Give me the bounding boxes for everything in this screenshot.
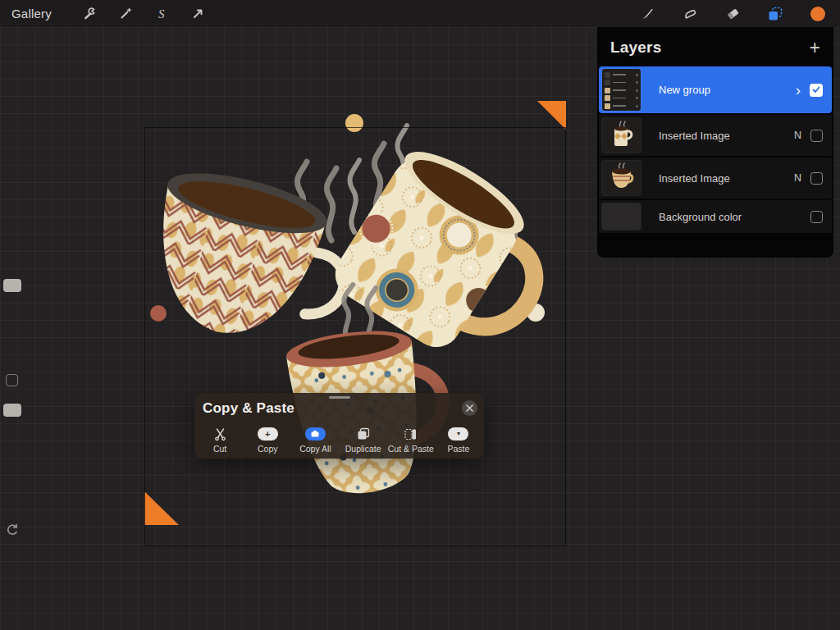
layer-visibility-checkbox[interactable] [810,130,823,142]
layer-name: New group [659,84,710,96]
layer-visibility-checkbox[interactable] [810,172,823,185]
copy-button[interactable]: + Copy [244,427,291,454]
popup-close-button[interactable] [462,400,477,416]
transform-button[interactable] [183,2,214,25]
layer-name: Inserted Image [659,172,730,185]
layer-row-new-group[interactable]: New group › [599,66,832,113]
check-icon [812,86,820,94]
magic-wand-icon [119,7,133,21]
selection-handle-top-right[interactable] [537,101,566,130]
popup-title: Copy & Paste [203,400,294,417]
color-button[interactable] [802,2,833,25]
chevron-right-icon[interactable]: › [796,82,801,98]
copy-paste-popup: Copy & Paste Cut [194,393,484,459]
wrench-icon [83,7,97,21]
transform-arrow-icon [191,7,205,21]
smudge-finger-icon [682,6,698,21]
cut-paste-button[interactable]: Cut & Paste [387,427,435,454]
svg-text:S: S [158,7,165,21]
copy-all-button[interactable]: Copy All [291,427,339,454]
layer-row-inserted-image-2[interactable]: Inserted Image N [599,158,832,199]
layer-thumbnail [602,118,641,153]
color-swatch-icon [810,6,826,22]
group-thumbnail [602,69,641,111]
paste-pill-icon: ▾ [448,427,468,441]
smudge-button[interactable] [674,2,705,25]
sidebar [2,221,24,546]
layer-row-inserted-image-1[interactable]: Inserted Image N [599,115,832,156]
close-icon [466,404,473,412]
duplicate-icon [357,427,370,441]
copy-all-pill-icon [305,427,326,441]
duplicate-button[interactable]: Duplicate [340,427,387,454]
layer-row-background-color[interactable]: Background color [599,200,832,233]
eraser-button[interactable] [717,2,748,25]
layers-icon [767,6,783,22]
brush-button[interactable] [632,2,663,25]
popup-drag-handle[interactable] [329,396,350,399]
layers-panel-title: Layers [610,39,661,57]
layer-name: Inserted Image [659,130,730,142]
selection-bounds[interactable] [144,127,566,546]
popup-actions: Cut + Copy Copy All [196,427,482,454]
brush-size-handle[interactable] [3,279,21,292]
undo-icon[interactable] [5,522,20,536]
scissors-icon [213,427,227,441]
actions-button[interactable] [75,2,106,25]
selection-s-icon: S [155,7,169,21]
eraser-icon [725,6,741,21]
paste-button[interactable]: ▾ Paste [435,427,482,454]
layer-thumbnail [602,161,641,195]
selection-button[interactable]: S [147,2,178,25]
layer-name: Background color [659,211,742,223]
brush-size-slider[interactable] [3,249,21,354]
adjustments-button[interactable] [111,2,142,25]
brush-icon [640,6,655,21]
top-toolbar: Gallery S [0,0,840,27]
opacity-handle[interactable] [3,404,21,417]
background-color-thumbnail [602,203,641,230]
procreate-app: Copy & Paste Cut [0,0,840,630]
blend-mode-badge[interactable]: N [794,172,801,184]
modify-button[interactable] [6,374,18,386]
gallery-button[interactable]: Gallery [11,7,52,21]
cut-paste-icon [404,428,417,441]
add-layer-button[interactable]: + [810,40,820,55]
layers-panel: Layers + New group › [597,27,833,258]
layers-button[interactable] [760,2,791,25]
layer-visibility-checkbox[interactable] [810,211,823,223]
blend-mode-badge[interactable]: N [794,130,801,141]
cut-button[interactable]: Cut [196,427,244,454]
layer-visibility-checkbox-checked[interactable] [810,84,823,97]
plus-pill-icon: + [258,427,278,441]
